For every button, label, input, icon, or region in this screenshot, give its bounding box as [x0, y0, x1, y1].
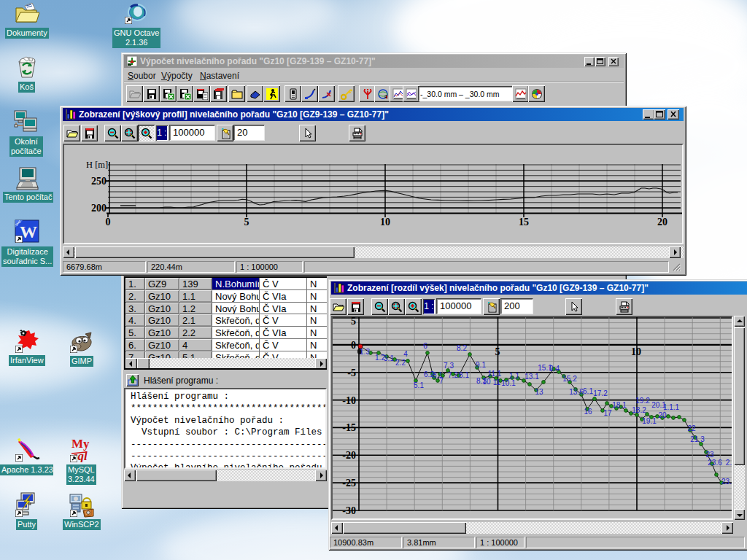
svg-text:1.3: 1.3 — [360, 348, 370, 356]
svg-text:R: R — [384, 95, 388, 99]
svg-text:15: 15 — [519, 217, 529, 228]
svg-text:0: 0 — [106, 217, 111, 228]
svg-text:13: 13 — [535, 388, 543, 396]
svg-text:250: 250 — [91, 176, 107, 187]
svg-text:19.2: 19.2 — [635, 397, 650, 405]
svg-text:7.2: 7.2 — [448, 371, 458, 379]
svg-text:H [m]: H [m] — [86, 160, 108, 170]
svg-text:1.1.1: 1.1.1 — [663, 403, 680, 411]
svg-text:-30: -30 — [342, 505, 356, 516]
svg-text:0.4: 0.4 — [549, 365, 560, 373]
svg-text:18.1: 18.1 — [612, 401, 627, 409]
svg-text:13.1: 13.1 — [525, 373, 539, 381]
svg-text:-10: -10 — [342, 395, 356, 406]
svg-text:15.2: 15.2 — [562, 375, 577, 383]
svg-text:10.1: 10.1 — [501, 379, 516, 387]
svg-text:11.1: 11.1 — [488, 370, 502, 378]
svg-text:16: 16 — [584, 408, 592, 416]
svg-text:200: 200 — [91, 203, 107, 214]
svg-text:11: 11 — [493, 378, 501, 386]
svg-text:-15: -15 — [342, 422, 356, 433]
svg-text:5: 5 — [495, 346, 500, 357]
svg-text:-25: -25 — [342, 478, 356, 489]
svg-text:23.: 23. — [721, 478, 732, 486]
svg-text:23: 23 — [705, 451, 714, 459]
svg-text:2.: 2. — [726, 459, 732, 467]
svg-text:5: 5 — [244, 217, 249, 228]
svg-text:22: 22 — [687, 424, 696, 432]
svg-text:20: 20 — [658, 411, 667, 419]
svg-text:8.2: 8.2 — [457, 344, 467, 352]
svg-text:19.1: 19.1 — [642, 417, 657, 425]
svg-text:13.6: 13.6 — [569, 388, 584, 396]
svg-text:23.6: 23.6 — [708, 459, 722, 467]
svg-text:2.2: 2.2 — [395, 359, 406, 367]
svg-text:5.1: 5.1 — [414, 381, 424, 389]
svg-text:8.1: 8.1 — [459, 371, 469, 379]
svg-text:5: 5 — [351, 317, 356, 327]
svg-text:-5: -5 — [347, 368, 356, 378]
svg-text:-20: -20 — [342, 450, 356, 461]
svg-text:3.1: 3.1 — [384, 354, 394, 362]
svg-text:7: 7 — [439, 377, 444, 385]
svg-text:6: 6 — [423, 342, 427, 350]
svg-text:21.3: 21.3 — [690, 435, 705, 443]
svg-text:10: 10 — [631, 346, 641, 357]
svg-text:10: 10 — [380, 217, 390, 228]
svg-text:7.3: 7.3 — [444, 362, 454, 370]
svg-text:9.1: 9.1 — [476, 361, 486, 369]
svg-text:18.2: 18.2 — [632, 406, 646, 414]
svg-text:4: 4 — [403, 350, 408, 358]
svg-text:0: 0 — [351, 340, 356, 351]
svg-text:17.2: 17.2 — [593, 389, 608, 397]
svg-text:10: 10 — [482, 378, 491, 386]
svg-text:17: 17 — [603, 409, 612, 417]
svg-text:20: 20 — [657, 217, 667, 228]
svg-text:6.1: 6.1 — [583, 387, 593, 395]
